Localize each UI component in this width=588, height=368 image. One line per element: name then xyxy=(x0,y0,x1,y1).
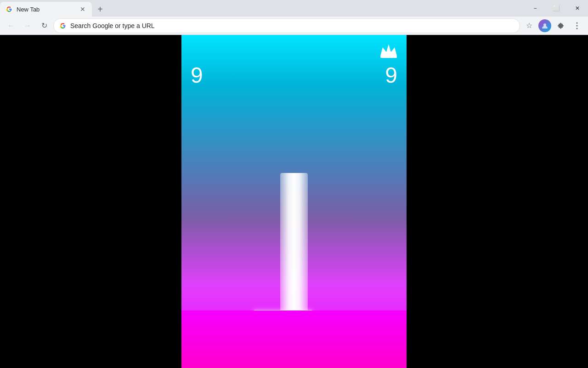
crown-icon xyxy=(379,42,398,62)
score-left: 9 xyxy=(191,63,203,88)
ground xyxy=(181,310,407,368)
svg-point-4 xyxy=(577,25,578,26)
extensions-button[interactable] xyxy=(553,18,568,33)
address-bar[interactable]: Search Google or type a URL xyxy=(53,18,520,33)
tab-close-button[interactable]: ✕ xyxy=(79,6,86,13)
left-sidebar xyxy=(0,35,181,368)
bookmark-button[interactable]: ☆ xyxy=(522,18,537,33)
svg-point-5 xyxy=(577,28,578,29)
svg-rect-7 xyxy=(380,56,397,58)
address-text: Search Google or type a URL xyxy=(70,22,514,29)
tab-favicon xyxy=(6,6,13,13)
close-button[interactable]: ✕ xyxy=(567,0,588,17)
svg-point-3 xyxy=(577,22,578,23)
reload-button[interactable]: ↻ xyxy=(37,18,51,33)
tab-bar: New Tab ✕ + − ⬜ ✕ xyxy=(0,0,588,17)
tab-title: New Tab xyxy=(17,6,75,13)
toolbar: ← → ↻ Search Google or type a URL ☆ xyxy=(0,17,588,35)
browser-frame: New Tab ✕ + − ⬜ ✕ ← → ↻ Search Google or… xyxy=(0,0,588,368)
game-area: 9 9 xyxy=(181,35,407,368)
forward-button[interactable]: → xyxy=(20,18,35,33)
maximize-button[interactable]: ⬜ xyxy=(546,0,567,17)
toolbar-right: ☆ xyxy=(522,18,584,33)
minimize-button[interactable]: − xyxy=(525,0,546,17)
window-controls: − ⬜ ✕ xyxy=(525,0,588,17)
profile-button[interactable] xyxy=(538,19,551,32)
back-button[interactable]: ← xyxy=(4,18,18,33)
page-content: 9 9 xyxy=(0,35,588,368)
new-tab-button[interactable]: + xyxy=(94,3,107,16)
score-right: 9 xyxy=(385,63,397,88)
svg-marker-6 xyxy=(380,44,397,56)
right-sidebar xyxy=(407,35,588,368)
google-g-icon xyxy=(59,22,67,29)
active-tab[interactable]: New Tab ✕ xyxy=(0,2,92,17)
menu-button[interactable] xyxy=(570,18,584,33)
